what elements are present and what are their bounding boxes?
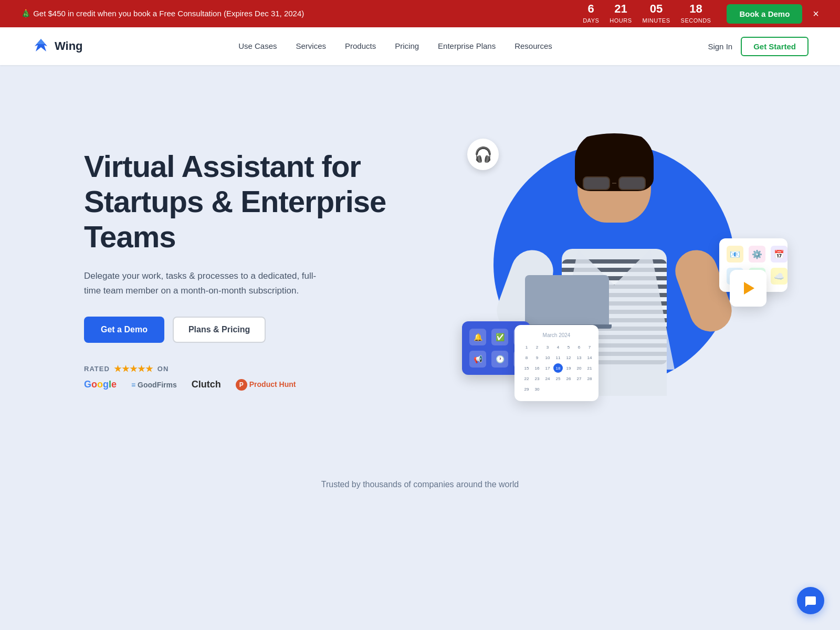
announcement-bar: 🎄 Get $450 in credit when you book a Fre… xyxy=(0,0,840,27)
trusted-text: Trusted by thousands of companies around… xyxy=(0,480,840,489)
hero-content: Virtual Assistant for Startups & Enterpr… xyxy=(84,149,399,390)
cal-today: 18 xyxy=(553,363,563,373)
trusted-section: Trusted by thousands of companies around… xyxy=(0,464,840,510)
nav-item-use-cases[interactable]: Use Cases xyxy=(238,41,277,51)
cal-day: 29 xyxy=(522,384,531,394)
rated-on-label: ON xyxy=(158,365,169,373)
nav-actions: Sign In Get Started xyxy=(708,37,808,56)
get-started-button[interactable]: Get Started xyxy=(741,37,808,56)
chat-icon xyxy=(804,594,817,607)
cal-day: 5 xyxy=(564,342,573,352)
calendar-header: March 2024 xyxy=(522,332,591,338)
google-logo: Google xyxy=(84,379,117,390)
cal-day: 20 xyxy=(574,363,584,373)
nav-item-services[interactable]: Services xyxy=(296,41,327,51)
cal-day: 4 xyxy=(553,342,563,352)
get-demo-button[interactable]: Get a Demo xyxy=(84,317,164,343)
countdown-days: 6 Days xyxy=(583,3,599,25)
cal-day: 17 xyxy=(543,363,552,373)
countdown-seconds: 18 Seconds xyxy=(681,3,711,25)
nav-item-resources[interactable]: Resources xyxy=(514,41,552,51)
calendar-app-icon: 📅 xyxy=(771,246,788,262)
nav-item-pricing[interactable]: Pricing xyxy=(395,41,419,51)
cal-day: 24 xyxy=(543,374,552,383)
cal-day: 23 xyxy=(532,374,542,383)
gmail-app-icon: 📧 xyxy=(727,246,743,262)
countdown-hours: 21 Hours xyxy=(610,3,632,25)
countdown-minutes: 05 Minutes xyxy=(643,3,670,25)
cal-day: 2 xyxy=(532,342,542,352)
hero-buttons: Get a Demo Plans & Pricing xyxy=(84,317,399,343)
hero-subtitle: Delegate your work, tasks & processes to… xyxy=(84,269,326,297)
settings-app-icon: ⚙️ xyxy=(749,246,765,262)
minutes-number: 05 xyxy=(643,3,670,15)
announcement-text: 🎄 Get $450 in credit when you book a Fre… xyxy=(21,9,583,18)
cal-day: 9 xyxy=(532,353,542,362)
play-button-float[interactable] xyxy=(730,270,766,307)
cal-day: 3 xyxy=(543,342,552,352)
nav-link-use-cases[interactable]: Use Cases xyxy=(238,41,277,50)
calendar-grid: 1 2 3 4 5 6 7 8 9 10 11 12 13 14 15 16 1… xyxy=(522,342,591,394)
cal-day: 6 xyxy=(574,342,584,352)
check-tool-icon: ✅ xyxy=(491,329,508,345)
hero-image-container: 🎧 xyxy=(462,123,788,417)
producthunt-logo: PProduct Hunt xyxy=(236,379,296,391)
time-tool-icon: 🕐 xyxy=(491,351,508,368)
cal-day: 28 xyxy=(585,374,594,383)
plans-pricing-button[interactable]: Plans & Pricing xyxy=(173,317,266,343)
cal-day: 27 xyxy=(574,374,584,383)
nav-link-products[interactable]: Products xyxy=(345,41,376,50)
wing-logo-icon xyxy=(32,37,50,56)
book-demo-button[interactable]: Book a Demo xyxy=(727,4,802,24)
nav-link-enterprise[interactable]: Enterprise Plans xyxy=(438,41,496,50)
hero-title: Virtual Assistant for Startups & Enterpr… xyxy=(84,149,399,254)
goodfirms-logo: ≡ GoodFirms xyxy=(131,381,177,389)
logo-text: Wing xyxy=(55,39,83,53)
logo-link[interactable]: Wing xyxy=(32,37,83,56)
days-label: Days xyxy=(583,17,599,24)
close-announcement-button[interactable]: × xyxy=(813,8,819,20)
cal-day: 25 xyxy=(553,374,563,383)
nav-link-services[interactable]: Services xyxy=(296,41,327,50)
minutes-label: Minutes xyxy=(643,17,670,24)
hours-label: Hours xyxy=(610,17,632,24)
chat-button[interactable] xyxy=(797,587,824,614)
cal-day: 26 xyxy=(564,374,573,383)
nav-links: Use Cases Services Products Pricing Ente… xyxy=(238,41,552,51)
nav-link-pricing[interactable]: Pricing xyxy=(395,41,419,50)
seconds-label: Seconds xyxy=(681,17,711,24)
cal-day: 13 xyxy=(574,353,584,362)
cal-day: 16 xyxy=(532,363,542,373)
drive-app-icon: ☁️ xyxy=(771,268,788,285)
hours-number: 21 xyxy=(610,3,632,15)
calendar-float: March 2024 1 2 3 4 5 6 7 8 9 10 11 12 13… xyxy=(514,325,598,401)
cal-day: 12 xyxy=(564,353,573,362)
countdown: 6 Days 21 Hours 05 Minutes 18 Seconds xyxy=(583,3,711,25)
play-triangle-icon xyxy=(744,282,754,295)
headset-icon-float: 🎧 xyxy=(467,139,499,170)
cal-day: 8 xyxy=(522,353,531,362)
days-number: 6 xyxy=(583,3,599,15)
cal-day: 7 xyxy=(585,342,594,352)
clutch-logo: Clutch xyxy=(192,379,221,390)
sign-in-button[interactable]: Sign In xyxy=(708,42,732,51)
cal-day: 30 xyxy=(532,384,542,394)
cal-day: 10 xyxy=(543,353,552,362)
announce-tool-icon: 📢 xyxy=(469,351,486,368)
rating-section: RATED ★★★★★ ON Google ≡ GoodFirms Clutch… xyxy=(84,364,399,391)
rated-label: RATED xyxy=(84,365,110,373)
hero-section: Virtual Assistant for Startups & Enterpr… xyxy=(0,65,840,464)
star-rating: ★★★★★ xyxy=(114,364,153,374)
nav-link-resources[interactable]: Resources xyxy=(514,41,552,50)
seconds-number: 18 xyxy=(681,3,711,15)
cal-day: 1 xyxy=(522,342,531,352)
cal-day: 11 xyxy=(553,353,563,362)
nav-item-enterprise[interactable]: Enterprise Plans xyxy=(438,41,496,51)
cal-day: 22 xyxy=(522,374,531,383)
cal-day: 15 xyxy=(522,363,531,373)
rated-row: RATED ★★★★★ ON xyxy=(84,364,399,374)
nav-item-products[interactable]: Products xyxy=(345,41,376,51)
review-logos: Google ≡ GoodFirms Clutch PProduct Hunt xyxy=(84,379,399,391)
cal-day: 19 xyxy=(564,363,573,373)
cal-day: 14 xyxy=(585,353,594,362)
